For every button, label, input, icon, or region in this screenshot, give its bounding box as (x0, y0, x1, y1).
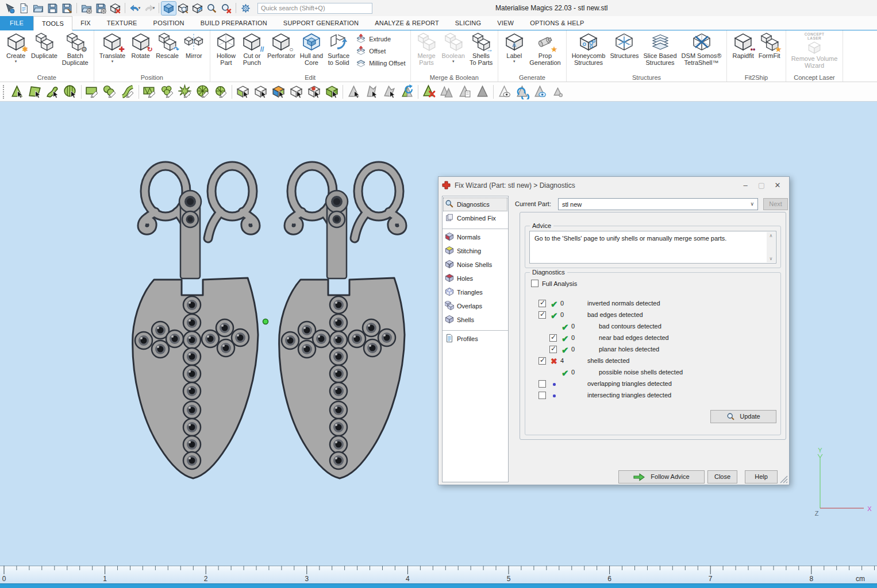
close-icon[interactable]: ✕ (770, 180, 786, 191)
ribbon-translate-button[interactable]: ✚Translate▾ (97, 32, 128, 64)
ribbon-honeycomb-structures-button[interactable]: HoneycombStructures (570, 32, 608, 67)
mark-window-triangles-icon[interactable] (141, 83, 159, 100)
load-project-icon[interactable] (79, 2, 94, 15)
update-button[interactable]: Update (710, 410, 776, 423)
select-triangles-icon[interactable] (8, 83, 26, 100)
ribbon-label-button[interactable]: ALabel▾ (501, 32, 527, 64)
zoom-in-icon[interactable] (205, 2, 219, 15)
sidebar-item-combined-fix[interactable]: Combined Fix (443, 211, 507, 225)
dropdown-caret-icon[interactable]: ▾ (513, 59, 516, 63)
help-button[interactable]: Help (745, 470, 778, 483)
triangle-bent2-select-icon[interactable] (380, 83, 398, 100)
toolbar-grip[interactable] (3, 85, 6, 99)
tab-view[interactable]: VIEW (489, 16, 522, 30)
show-triangles-icon[interactable] (495, 83, 513, 100)
tab-position[interactable]: POSITION (145, 16, 193, 30)
diagnostic-checkbox[interactable] (549, 346, 557, 353)
diagnostic-checkbox[interactable] (538, 300, 546, 307)
sidebar-item-stitching[interactable]: Stitching (443, 244, 507, 258)
sidebar-item-noise-shells[interactable]: Noise Shells (443, 258, 507, 272)
sidebar-item-shells[interactable]: Shells (443, 313, 507, 327)
dropdown-caret-icon[interactable]: ▾ (111, 59, 114, 63)
tab-slicing[interactable]: SLICING (447, 16, 489, 30)
select-part-face-icon[interactable] (234, 83, 252, 100)
shaded-view-icon[interactable] (161, 2, 176, 15)
undo-icon[interactable]: ▾ (128, 2, 142, 15)
ribbon-hull-and-core-button[interactable]: Hull andCore (298, 32, 325, 67)
triangle-copy-icon[interactable] (456, 83, 474, 100)
tab-tools[interactable]: TOOLS (33, 16, 72, 30)
small-triangle-icon[interactable] (549, 83, 567, 100)
ribbon-offset-button[interactable]: Offset (354, 45, 407, 57)
full-analysis-checkbox[interactable] (531, 280, 538, 287)
zoom-to-part-icon[interactable] (176, 2, 190, 15)
mark-rectangle-icon[interactable] (83, 83, 101, 100)
diagnostic-checkbox[interactable] (538, 380, 546, 388)
resize-grip[interactable] (780, 475, 788, 483)
pointer-tool-icon[interactable] (2, 2, 17, 15)
current-part-select[interactable]: stl new ∨ (558, 198, 758, 210)
ribbon-prop-generation-button[interactable]: ★PropGeneration (527, 32, 563, 67)
mark-freeform-icon[interactable] (119, 83, 137, 100)
ribbon-milling-offset-button[interactable]: Milling Offset (354, 57, 407, 69)
ribbon-perforator-button[interactable]: ○Perforator (265, 32, 298, 60)
model-part-1[interactable] (133, 166, 258, 478)
triangle-pair-icon[interactable] (438, 83, 456, 100)
tab-file[interactable]: FILE (0, 16, 33, 30)
tab-options-help[interactable]: OPTIONS & HELP (522, 16, 593, 30)
delete-marked-icon[interactable] (420, 83, 438, 100)
tab-fix[interactable]: FIX (72, 16, 99, 30)
ribbon-slice-based-structures-button[interactable]: Slice BasedStructures (641, 32, 679, 67)
ribbon-create-button[interactable]: ✱Create▾ (3, 32, 29, 64)
sidebar-item-profiles[interactable]: Profiles (443, 332, 507, 346)
tab-analyze-report[interactable]: ANALYZE & REPORT (367, 16, 447, 30)
title-bar[interactable]: ▾▾ Materialise Magics 22.03 - stl new.st… (0, 0, 877, 16)
new-scene-icon[interactable] (17, 2, 31, 15)
viewport-3d[interactable]: Y X Z Fix Wizard (Part: stl new) > Diagn… (0, 102, 877, 566)
select-part-colored-icon[interactable] (270, 83, 287, 100)
scroll-down-icon[interactable]: ∨ (770, 256, 773, 261)
quick-search-input[interactable] (257, 3, 372, 14)
delete-part-icon[interactable] (108, 2, 122, 15)
view-marked-icon[interactable] (531, 83, 549, 100)
paint-marked-icon[interactable] (513, 83, 531, 100)
diagnostic-checkbox[interactable] (538, 311, 546, 319)
advice-scrollbar[interactable]: ∧ ∨ (767, 232, 775, 262)
scroll-up-icon[interactable]: ∧ (770, 233, 773, 238)
settings-icon[interactable] (239, 2, 253, 15)
ribbon-batch-duplicate-button[interactable]: ⚙BatchDuplicate (60, 32, 91, 67)
save-icon[interactable] (45, 2, 60, 15)
tab-texture[interactable]: TEXTURE (99, 16, 145, 30)
close-button[interactable]: Close (707, 470, 737, 483)
ribbon-hollow-part-button[interactable]: HollowPart (213, 32, 239, 67)
select-band-icon[interactable] (44, 83, 61, 100)
mark-circles-icon[interactable] (101, 83, 119, 100)
ribbon-mirror-button[interactable]: Mirror (181, 32, 207, 60)
triangle-refresh-icon[interactable] (398, 83, 416, 100)
ribbon-rapidfit-button[interactable]: ••Rapidfit (730, 32, 756, 60)
triangle-bent-select-icon[interactable] (363, 83, 380, 100)
ribbon-shells-to-parts-button[interactable]: →ShellsTo Parts (467, 32, 495, 67)
model-part-2[interactable] (279, 166, 405, 478)
minimize-icon[interactable]: – (737, 180, 753, 191)
mark-cluster-icon[interactable] (159, 83, 176, 100)
sidebar-item-triangles[interactable]: Triangles (443, 285, 507, 299)
diagnostic-checkbox[interactable] (538, 392, 546, 399)
select-part-icon[interactable] (252, 83, 270, 100)
fit-to-view-icon[interactable] (190, 2, 205, 15)
ribbon-rescale-button[interactable]: ↷Rescale (153, 32, 181, 60)
dropdown-caret-icon[interactable]: ▾ (139, 6, 141, 10)
diagnostic-checkbox[interactable] (538, 357, 546, 365)
follow-advice-button[interactable]: Follow Advice (618, 470, 705, 483)
dropdown-caret-icon[interactable]: ▾ (15, 59, 17, 63)
fix-wizard-title-bar[interactable]: Fix Wizard (Part: stl new) > Diagnostics… (438, 177, 789, 194)
tab-build-preparation[interactable]: BUILD PREPARATION (193, 16, 275, 30)
ribbon-rotate-button[interactable]: ↻Rotate (128, 32, 153, 60)
ribbon-extrude-button[interactable]: Extrude (354, 33, 407, 45)
ribbon-cut-or-punch-button[interactable]: //Cut orPunch (239, 32, 265, 67)
mark-pie-icon[interactable] (194, 83, 212, 100)
dropdown-caret-icon[interactable]: ▾ (452, 59, 455, 63)
tab-support-generation[interactable]: SUPPORT GENERATION (275, 16, 367, 30)
save-as-icon[interactable] (60, 2, 74, 15)
select-shell-icon[interactable] (61, 83, 79, 100)
